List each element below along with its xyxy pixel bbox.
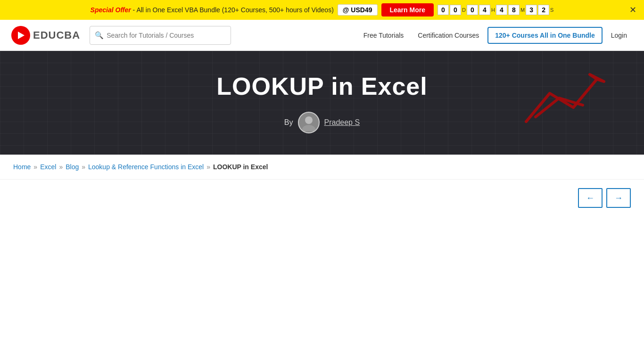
author-avatar <box>298 112 320 133</box>
countdown-timer: 00D 04H 48M 32S <box>438 5 553 15</box>
search-icon: 🔍 <box>95 31 104 40</box>
breadcrumb-lookup-ref[interactable]: Lookup & Reference Functions in Excel <box>88 163 204 171</box>
hero-decoration-arrows <box>521 70 616 126</box>
timer-secs-tens: 3 <box>526 5 537 15</box>
timer-days-tens: 0 <box>438 5 449 15</box>
breadcrumb-sep-2: » <box>59 163 63 171</box>
banner-price: @ USD49 <box>338 4 378 16</box>
author-avatar-icon <box>300 114 317 131</box>
author-name-link[interactable]: Pradeep S <box>324 118 360 127</box>
timer-mins-ones: 8 <box>508 5 520 15</box>
search-container: 🔍 <box>90 26 231 45</box>
breadcrumb-home[interactable]: Home <box>13 163 31 171</box>
timer-hours-label: H <box>491 7 495 13</box>
nav-arrows-section: ← → <box>0 180 644 216</box>
timer-hours-ones: 4 <box>479 5 490 15</box>
educba-logo-icon <box>11 26 30 45</box>
logo-link[interactable]: EDUCBA <box>11 26 80 45</box>
breadcrumb-sep-1: » <box>33 163 37 171</box>
timer-mins-label: M <box>520 7 525 13</box>
svg-marker-2 <box>590 74 604 82</box>
breadcrumb-sep-3: » <box>82 163 85 171</box>
learn-more-button[interactable]: Learn More <box>381 3 434 16</box>
hero-section: LOOKUP in Excel By Pradeep S <box>0 51 644 155</box>
hero-author: By Pradeep S <box>216 112 428 133</box>
nav-bundle-button[interactable]: 120+ Courses All in One Bundle <box>487 27 602 44</box>
banner-close-button[interactable]: ✕ <box>629 5 636 15</box>
breadcrumb-sep-4: » <box>206 163 210 171</box>
breadcrumb-excel[interactable]: Excel <box>40 163 56 171</box>
next-arrow-button[interactable]: → <box>606 188 631 208</box>
navbar: EDUCBA 🔍 Free Tutorials Certification Co… <box>0 20 644 51</box>
hero-title: LOOKUP in Excel <box>216 72 428 100</box>
banner-text: Special Offer - All in One Excel VBA Bun… <box>91 6 334 14</box>
search-input[interactable] <box>107 32 226 39</box>
timer-mins-tens: 4 <box>496 5 507 15</box>
hero-author-by: By <box>284 118 293 127</box>
timer-secs-ones: 2 <box>538 5 549 15</box>
special-offer-label: Special Offer <box>91 6 131 14</box>
content-area <box>0 216 644 358</box>
nav-free-tutorials[interactable]: Free Tutorials <box>358 28 410 43</box>
nav-certification-courses[interactable]: Certification Courses <box>412 28 485 43</box>
svg-point-4 <box>302 125 315 131</box>
breadcrumb-blog[interactable]: Blog <box>66 163 79 171</box>
breadcrumb-current: LOOKUP in Excel <box>213 163 268 171</box>
hero-content: LOOKUP in Excel By Pradeep S <box>216 72 428 133</box>
timer-secs-label: S <box>550 7 553 13</box>
nav-login-link[interactable]: Login <box>605 28 633 43</box>
nav-links: Free Tutorials Certification Courses 120… <box>358 27 633 44</box>
svg-point-3 <box>305 116 313 124</box>
prev-arrow-button[interactable]: ← <box>578 188 603 208</box>
breadcrumb-section: Home » Excel » Blog » Lookup & Reference… <box>0 155 644 180</box>
timer-days-ones: 0 <box>450 5 461 15</box>
timer-days-label: D <box>462 7 466 13</box>
timer-hours-tens: 0 <box>467 5 478 15</box>
breadcrumb: Home » Excel » Blog » Lookup & Reference… <box>13 163 631 171</box>
top-banner: Special Offer - All in One Excel VBA Bun… <box>0 0 644 20</box>
logo-text: EDUCBA <box>33 29 80 41</box>
